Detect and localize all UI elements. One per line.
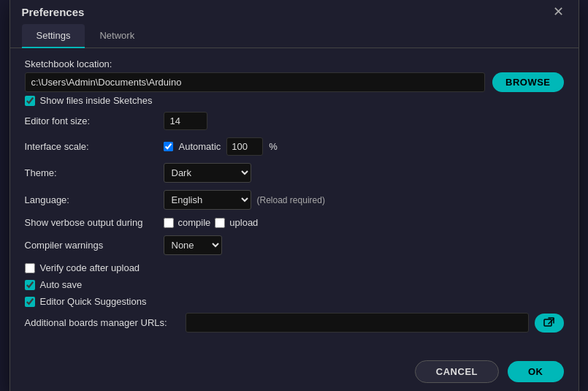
title-bar: Preferences ✕ [10, 0, 579, 24]
automatic-label: Automatic [179, 141, 221, 152]
show-files-row: Show files inside Sketches [25, 95, 564, 106]
interface-scale-label: Interface scale: [25, 141, 164, 152]
tab-network[interactable]: Network [85, 24, 149, 48]
reload-note: (Reload required) [257, 195, 325, 205]
font-size-label: Editor font size: [25, 115, 164, 126]
compile-checkbox[interactable] [164, 218, 174, 228]
sketchbook-section: Sketchbook location: BROWSE [25, 58, 564, 92]
theme-label: Theme: [25, 167, 164, 178]
scale-unit: % [269, 141, 278, 152]
language-select[interactable]: English German French Spanish [164, 190, 251, 210]
compile-label: compile [178, 217, 211, 228]
automatic-checkbox[interactable] [164, 142, 173, 151]
verify-checkbox[interactable] [25, 263, 35, 273]
font-size-input[interactable] [164, 112, 207, 130]
verbose-label: Show verbose output during [25, 217, 164, 228]
scale-controls: Automatic % [164, 137, 278, 156]
quick-suggestions-row: Editor Quick Suggestions [25, 296, 564, 307]
language-label: Language: [25, 194, 164, 205]
upload-checkbox[interactable] [215, 218, 225, 228]
tab-settings[interactable]: Settings [22, 24, 85, 48]
sketchbook-label: Sketchbook location: [25, 58, 564, 69]
sketchbook-input[interactable] [25, 72, 486, 92]
show-files-label: Show files inside Sketches [40, 95, 153, 106]
cancel-button[interactable]: CANCEL [415, 360, 499, 383]
browse-button[interactable]: BROWSE [492, 72, 564, 92]
settings-content: Sketchbook location: BROWSE Show files i… [10, 48, 579, 347]
theme-select[interactable]: Dark Light [164, 163, 251, 183]
dialog-title: Preferences [22, 6, 85, 18]
verify-label: Verify code after upload [40, 262, 140, 273]
compiler-warnings-row: Compiler warnings None Default More All [25, 235, 564, 255]
quick-suggestions-label: Editor Quick Suggestions [40, 296, 147, 307]
compiler-warnings-select[interactable]: None Default More All [164, 235, 222, 255]
dialog-footer: CANCEL OK [10, 353, 579, 391]
quick-suggestions-checkbox[interactable] [25, 297, 35, 307]
verbose-controls: compile upload [164, 217, 259, 228]
additional-urls-button[interactable] [535, 314, 564, 333]
autosave-label: Auto save [40, 279, 83, 290]
additional-urls-input[interactable] [186, 313, 529, 333]
scale-input[interactable] [226, 137, 263, 156]
autosave-checkbox[interactable] [25, 280, 35, 290]
tab-bar: Settings Network [10, 24, 579, 48]
open-icon [543, 317, 555, 329]
verbose-row: Show verbose output during compile uploa… [25, 217, 564, 228]
preferences-dialog: Preferences ✕ Settings Network Sketchboo… [9, 0, 579, 391]
ok-button[interactable]: OK [508, 361, 564, 382]
additional-urls-row: Additional boards manager URLs: [25, 313, 564, 333]
close-button[interactable]: ✕ [550, 5, 567, 18]
interface-scale-row: Interface scale: Automatic % [25, 137, 564, 156]
show-files-checkbox[interactable] [25, 96, 35, 106]
verify-row: Verify code after upload [25, 262, 564, 273]
theme-row: Theme: Dark Light [25, 163, 564, 183]
additional-urls-label: Additional boards manager URLs: [25, 317, 186, 328]
sketchbook-row: BROWSE [25, 72, 564, 92]
language-row: Language: English German French Spanish … [25, 190, 564, 210]
font-size-row: Editor font size: [25, 112, 564, 130]
upload-label: upload [229, 217, 258, 228]
autosave-row: Auto save [25, 279, 564, 290]
compiler-warnings-label: Compiler warnings [25, 240, 164, 251]
